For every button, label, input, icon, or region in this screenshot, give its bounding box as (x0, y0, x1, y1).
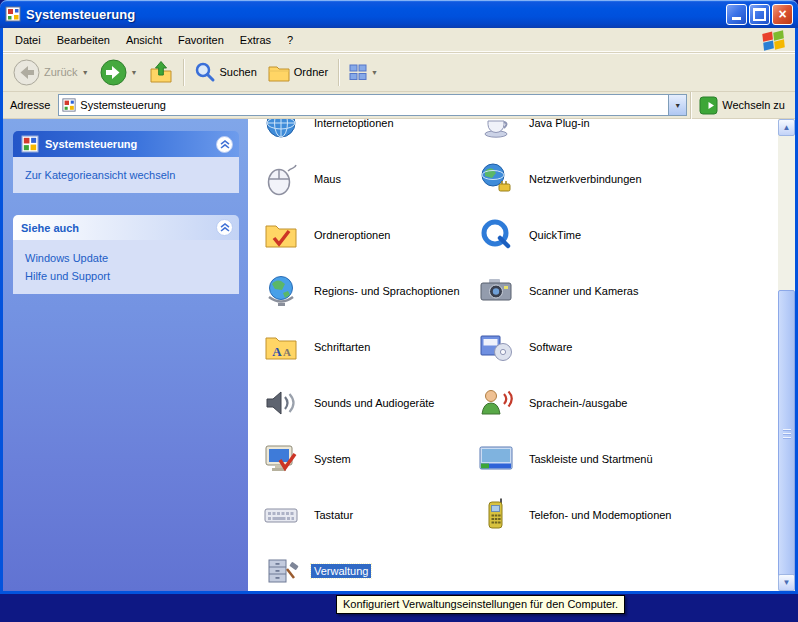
address-input[interactable]: Systemsteuerung ▼ (58, 94, 687, 116)
toolbar-separator (338, 59, 339, 86)
java-plugin-icon (478, 119, 514, 141)
collapse-chevron-icon[interactable] (216, 136, 233, 153)
windows-logo-icon (760, 29, 788, 52)
maus-icon (263, 161, 299, 197)
item-verwaltung[interactable]: Verwaltung (263, 543, 503, 591)
panel-siehe-auch-header[interactable]: Siehe auch (13, 215, 239, 240)
search-button-label: Suchen (220, 66, 257, 78)
icon-list: Internetoptionen Maus Ordneroptionen Reg… (248, 119, 778, 591)
windows-update-link[interactable]: Windows Update (25, 249, 227, 267)
item-internetoptionen[interactable]: Internetoptionen (263, 119, 503, 151)
scroll-up-button[interactable]: ▲ (778, 119, 795, 136)
taskleiste-startmenue-icon (478, 441, 514, 477)
item-tastatur[interactable]: Tastatur (263, 487, 503, 543)
address-value: Systemsteuerung (80, 99, 664, 111)
icon-column-left: Internetoptionen Maus Ordneroptionen Reg… (263, 119, 503, 591)
go-button-label: Wechseln zu (722, 99, 785, 111)
svg-text:A: A (272, 344, 282, 359)
menubar: Datei Bearbeiten Ansicht Favoriten Extra… (3, 28, 795, 53)
scroll-down-button[interactable]: ▼ (778, 574, 795, 591)
vertical-scrollbar[interactable]: ▲ ▼ (778, 119, 795, 591)
system-icon (263, 441, 299, 477)
menu-item-ansicht[interactable]: Ansicht (118, 31, 170, 49)
scrollbar-thumb[interactable] (778, 290, 795, 577)
netzwerkverbindungen-icon (478, 161, 514, 197)
item-label: Sounds und Audiogeräte (311, 396, 438, 410)
folders-button[interactable]: Ordner (264, 59, 332, 85)
forward-button[interactable]: ▼ (96, 57, 142, 88)
back-button-label: Zurück (44, 66, 78, 78)
item-sprachein-ausgabe[interactable]: Sprachein-/ausgabe (478, 375, 718, 431)
item-regions-sprachoptionen[interactable]: Regions- und Sprachoptionen (263, 263, 503, 319)
telefon-modemoptionen-icon (478, 497, 514, 533)
item-maus[interactable]: Maus (263, 151, 503, 207)
folder-icon (268, 61, 290, 83)
item-sounds-audiogeraete[interactable]: Sounds und Audiogeräte (263, 375, 503, 431)
back-button[interactable]: Zurück ▼ (9, 57, 93, 88)
search-button[interactable]: Suchen (190, 59, 261, 85)
forward-dropdown-icon: ▼ (131, 69, 138, 76)
software-icon (478, 329, 514, 365)
sounds-audiogeraete-icon (263, 385, 299, 421)
item-label: Telefon- und Modemoptionen (526, 508, 674, 522)
menu-item-bearbeiten[interactable]: Bearbeiten (49, 31, 118, 49)
up-button[interactable] (145, 58, 177, 86)
titlebar[interactable]: Systemsteuerung × (0, 0, 798, 28)
menu-item-extras[interactable]: Extras (232, 31, 279, 49)
panel-systemsteuerung-header[interactable]: Systemsteuerung (13, 131, 239, 157)
item-label: QuickTime (526, 228, 584, 242)
close-button[interactable]: × (772, 4, 793, 25)
panel-systemsteuerung: Systemsteuerung Zur Kategorieansicht wec… (13, 131, 239, 193)
item-label: Regions- und Sprachoptionen (311, 284, 463, 298)
toolbar-separator (183, 59, 184, 86)
minimize-button[interactable] (726, 4, 747, 25)
folders-button-label: Ordner (294, 66, 328, 78)
item-netzwerkverbindungen[interactable]: Netzwerkverbindungen (478, 151, 718, 207)
go-arrow-icon (699, 96, 718, 115)
item-scanner-kameras[interactable]: Scanner und Kameras (478, 263, 718, 319)
toolbar: Zurück ▼ ▼ Suchen Ordner ▼ (3, 53, 795, 92)
up-folder-icon (149, 60, 173, 84)
switch-to-category-view-link[interactable]: Zur Kategorieansicht wechseln (25, 166, 227, 184)
window-body: Datei Bearbeiten Ansicht Favoriten Extra… (0, 28, 798, 594)
panel-systemsteuerung-body: Zur Kategorieansicht wechseln (13, 157, 239, 193)
tooltip: Konfiguriert Verwaltungseinstellungen fü… (336, 595, 625, 614)
item-taskleiste-startmenue[interactable]: Taskleiste und Startmenü (478, 431, 718, 487)
addressbar-separator (690, 92, 691, 119)
panel-title: Systemsteuerung (45, 138, 137, 150)
task-pane: Systemsteuerung Zur Kategorieansicht wec… (3, 119, 248, 591)
item-label: Software (526, 340, 575, 354)
item-java-plugin[interactable]: Java Plug-in (478, 119, 718, 151)
item-schriftarten[interactable]: AA Schriftarten (263, 319, 503, 375)
item-label: Scanner und Kameras (526, 284, 641, 298)
item-label: System (311, 452, 354, 466)
tastatur-icon (263, 497, 299, 533)
main-area: Systemsteuerung Zur Kategorieansicht wec… (3, 119, 795, 591)
forward-arrow-icon (100, 59, 127, 86)
item-label: Taskleiste und Startmenü (526, 452, 656, 466)
quicktime-icon (478, 217, 514, 253)
collapse-chevron-icon[interactable] (216, 219, 233, 236)
item-ordneroptionen[interactable]: Ordneroptionen (263, 207, 503, 263)
maximize-button[interactable] (749, 4, 770, 25)
sprachein-ausgabe-icon (478, 385, 514, 421)
help-support-link[interactable]: Hilfe und Support (25, 267, 227, 285)
address-dropdown-button[interactable]: ▼ (668, 95, 686, 115)
item-label: Schriftarten (311, 340, 373, 354)
item-quicktime[interactable]: QuickTime (478, 207, 718, 263)
regions-sprachoptionen-icon (263, 273, 299, 309)
schriftarten-icon: AA (263, 329, 299, 365)
icon-column-right: Java Plug-in Netzwerkverbindungen QuickT… (478, 119, 718, 543)
menu-item-hilfe[interactable]: ? (279, 31, 301, 49)
menu-item-favoriten[interactable]: Favoriten (170, 31, 232, 49)
item-telefon-modemoptionen[interactable]: Telefon- und Modemoptionen (478, 487, 718, 543)
search-icon (194, 61, 216, 83)
back-dropdown-icon: ▼ (82, 69, 89, 76)
item-system[interactable]: System (263, 431, 503, 487)
item-label: Ordneroptionen (311, 228, 393, 242)
go-button[interactable]: Wechseln zu (694, 96, 790, 115)
control-panel-window: Systemsteuerung × Datei Bearbeiten Ansic… (0, 0, 798, 594)
views-button[interactable]: ▼ (345, 62, 382, 83)
menu-item-datei[interactable]: Datei (7, 31, 49, 49)
item-software[interactable]: Software (478, 319, 718, 375)
